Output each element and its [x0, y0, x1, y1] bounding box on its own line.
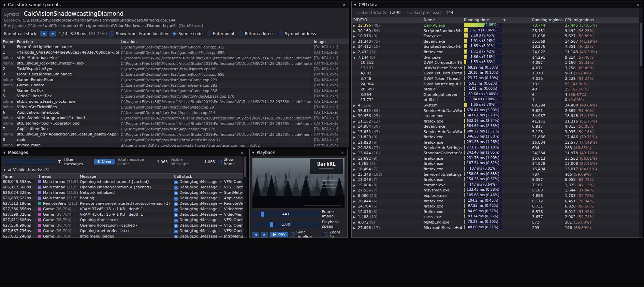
- message-row[interactable]: 627,313,190nsRemoteView (31,392)Remote v…: [1, 201, 247, 206]
- callstack-row[interactable]: 0Floor::CalcLightNoLuminanceC:\Users\wol…: [1, 44, 349, 50]
- cpu-row[interactable]: ▶12,016 (3)firefox.exe84.89 ms (0.37%)6,…: [352, 209, 639, 215]
- tree-open-icon[interactable]: ▼: [353, 55, 358, 60]
- callstack-row[interactable]: inlineGame::UpdateC:\Users\wolf\Desktop\…: [1, 83, 349, 88]
- col-name[interactable]: Name: [422, 17, 462, 23]
- scrollbar-thumb[interactable]: [640, 23, 642, 66]
- col-location[interactable]: Location: [119, 39, 312, 44]
- close-icon[interactable]: ×: [240, 150, 245, 155]
- close-icon[interactable]: ×: [636, 2, 641, 8]
- tree-closed-icon[interactable]: ▶: [353, 167, 358, 172]
- prev-frame-button[interactable]: ◀: [252, 232, 259, 238]
- visible-threads-section[interactable]: ▶ ⇄ Visible threads: (5): [1, 168, 247, 173]
- tree-closed-icon[interactable]: ▶: [353, 193, 358, 199]
- callstack-row[interactable]: 2TaskDispatch::SyncC:\Users\wolf\Desktop…: [1, 66, 349, 72]
- cpu-row[interactable]: ▶30,456 (25)steam.exe643.61 ms (2.79%)34…: [352, 113, 639, 119]
- next-callstack-button[interactable]: ▶: [49, 31, 56, 37]
- callstack-row[interactable]: 6Application::InnerLoopC:\Users\wolf\Des…: [1, 110, 349, 115]
- scrollbar-thumb[interactable]: [244, 157, 246, 177]
- cpu-row[interactable]: ▶18,444 (6)firefox.exe104.2 ms (0.45%)8,…: [352, 199, 639, 204]
- tree-closed-icon[interactable]: ▶: [353, 50, 358, 55]
- radio-source-code[interactable]: Source code: [172, 31, 203, 36]
- tree-closed-icon[interactable]: ▶: [353, 23, 358, 28]
- cpu-row[interactable]: ▶16,464 (7)firefox.exe187 ms (0.81%)15,4…: [352, 167, 639, 172]
- callstack-row[interactable]: inlineGame::RenderFloorC:\Users\wolf\Des…: [1, 77, 349, 83]
- close-icon[interactable]: ×: [340, 150, 345, 155]
- sync-timeline-checkbox[interactable]: Sync timeline: [291, 230, 319, 238]
- collapse-icon[interactable]: ▼: [3, 151, 5, 154]
- collapse-icon[interactable]: ▼: [252, 151, 254, 154]
- playback-speed-slider[interactable]: 1.00: [252, 221, 319, 227]
- cpu-row[interactable]: ▶15,004 (8)chrome.exe147 ms (0.64%)7,161…: [352, 183, 639, 188]
- collapse-icon[interactable]: ▼: [354, 3, 356, 6]
- col-frame[interactable]: Frame: [1, 39, 15, 44]
- close-icon[interactable]: ×: [341, 2, 346, 8]
- tree-closed-icon[interactable]: ▶: [353, 114, 358, 119]
- cpu-row[interactable]: ▶8,080 (20)explorer.exe105.66 ms (0.46%)…: [352, 193, 639, 199]
- cpu-row[interactable]: ▶4,872 (9)MsMpEng.exe70.22 ms (0.30%)573…: [352, 220, 639, 225]
- message-row[interactable]: 627,399,326nsGame (36,704)VRAM 43x45: 15…: [1, 212, 247, 217]
- filter-input[interactable]: [4, 159, 55, 165]
- callstack-row[interactable]: 4Game::OnTickC:\Users\wolf\Desktop\darkr…: [1, 88, 349, 94]
- callstack-titlebar[interactable]: ▼ Call stack sample parents ×: [1, 1, 349, 8]
- tree-closed-icon[interactable]: ▶: [353, 172, 358, 177]
- col-time[interactable]: Time: [1, 174, 36, 179]
- tree-closed-icon[interactable]: ▶: [353, 109, 358, 114]
- tree-closed-icon[interactable]: ▶: [353, 29, 358, 34]
- col-thread[interactable]: Thread: [36, 174, 78, 179]
- tree-closed-icon[interactable]: ▶: [353, 161, 358, 167]
- cpu-row[interactable]: ▶23,348 (106)ServiceHub.SettingsHost158.…: [352, 172, 639, 177]
- callstack-row[interactable]: inlinestd::unique_ptr<Application,std::d…: [1, 132, 349, 137]
- cpu-row[interactable]: 4,092DWM LPC Port Thread29.16 ms (0.13%)…: [352, 71, 639, 76]
- cpu-row[interactable]: ▶13,044 (10)StandardCollector.Servic242.…: [352, 150, 639, 156]
- tree-closed-icon[interactable]: ▶: [353, 44, 358, 49]
- tree-closed-icon[interactable]: ▶: [353, 220, 358, 225]
- cpu-row[interactable]: ▶27,536 (7)msvsmon.exe133.45 ms (0.58%)5…: [352, 188, 639, 193]
- tree-closed-icon[interactable]: ▶: [353, 135, 358, 140]
- cpu-row[interactable]: 24,964DWM Master Input Thread5.03 ms (0.…: [352, 82, 639, 87]
- tree-closed-icon[interactable]: ▶: [353, 199, 358, 204]
- col-message[interactable]: Message: [78, 174, 172, 179]
- show-time-checkbox[interactable]: ✓ Show time: [109, 31, 136, 36]
- cpu-row[interactable]: ▶27,696 (17)Microsoft.ServiceHub.Co48.06…: [352, 225, 639, 231]
- message-row[interactable]: 627,558,996nsGame (36,704)Opening /fores…: [1, 223, 247, 228]
- cpu-row[interactable]: 20,508ntdll.dll1.01 ms (0.00%)4025(62.50…: [352, 87, 639, 92]
- col-pid-tid[interactable]: PID/TID: [352, 17, 422, 23]
- cpu-row[interactable]: ▶11,828 (6)firefox.exe291.26 ms (1.26%)1…: [352, 140, 639, 145]
- cpu-row[interactable]: ▶35,812 (88)ServiceHub.DataWarehou670.41…: [352, 108, 639, 114]
- clear-button[interactable]: ⊗ Clear: [94, 159, 115, 164]
- messages-titlebar[interactable]: ▼ Messages ×: [1, 149, 247, 156]
- tree-closed-icon[interactable]: ▶: [353, 204, 358, 209]
- callstack-row[interactable]: inlineinvoke_maind:\agent\_work\63\s\src…: [1, 143, 349, 147]
- tree-closed-icon[interactable]: ▶: [353, 210, 358, 215]
- cpu-row[interactable]: 10,512DWM Compositor Thread1.53 s (6.63%…: [352, 60, 639, 66]
- tree-closed-icon[interactable]: ▶: [353, 177, 358, 183]
- message-row[interactable]: 626,833,622nsMain thread (31,596)Booting…: [1, 196, 247, 201]
- radio-return-address[interactable]: Return address: [239, 31, 275, 36]
- cpu-row[interactable]: 3,564GameInput server69.68 us (0.00%)64(…: [352, 92, 639, 98]
- message-row[interactable]: 627,380,356nsGame (36,704)VRAM 37x45: 13…: [1, 206, 247, 212]
- cpu-row[interactable]: 13,132uDWM Event Thread68.29 ms (0.30%)4…: [352, 66, 639, 71]
- callstack-row[interactable]: inlinestd::_Atomic_storage<bool,1>::load…: [1, 115, 349, 121]
- show-frame-checkbox[interactable]: Show frame: [218, 157, 244, 166]
- cpu-row[interactable]: ▶12,692 (9)firefox.exe231.76 ms (1.00%)1…: [352, 156, 639, 161]
- tree-closed-icon[interactable]: ▶: [353, 140, 358, 145]
- tree-closed-icon[interactable]: ▶: [353, 188, 358, 193]
- playback-titlebar[interactable]: ▼ Playback ×: [250, 149, 347, 156]
- callstack-row[interactable]: inlinestd::_Mutex_base::lockC:\Program F…: [1, 55, 349, 61]
- callstack-row[interactable]: 8mainC:\Users\wolf\Desktop\darkrl\src\En…: [1, 137, 349, 143]
- tree-closed-icon[interactable]: ▶: [353, 146, 358, 151]
- callstack-row[interactable]: 1<lambda_84a19dc444fae966ca174e83e708bdc…: [1, 50, 349, 55]
- cpu-row[interactable]: 3,748DWM Token Thread23.37 ms (0.10%)4,0…: [352, 76, 639, 82]
- cpu-row[interactable]: ▶11,152 (12)firefox.exe632.15 ms (2.74%)…: [352, 119, 639, 124]
- cpu-row[interactable]: ▶30,160 (84)ScriptedSandbox64.exe2.51 s …: [352, 28, 639, 34]
- callstack-row[interactable]: 5VideoGLBase::TickC:\Users\wolf\Desktop\…: [1, 94, 349, 99]
- radio-symbol-address[interactable]: Symbol address: [279, 31, 316, 36]
- col-running-regions[interactable]: Running regions: [530, 17, 563, 23]
- cpu-row[interactable]: ▶14,984 (50)devenv.exe584.69 ms (2.53%)6…: [352, 124, 639, 129]
- cpu-row[interactable]: ▶11,820 (9)firefox.exe346.58 ms (1.50%)2…: [352, 134, 639, 140]
- cpu-row[interactable]: ▶4,768 (7)firefox.exe187.54 ms (0.81%)14…: [352, 161, 639, 167]
- message-row[interactable]: 627,411,606nsGame (36,704)Opening /fores…: [1, 217, 247, 223]
- cpu-row[interactable]: ▼7,144 (8)dwm.exe1.66 s (7.18%)14,2918,2…: [352, 55, 639, 60]
- callstack-row[interactable]: inlinestd::unique_lock<std::mutex>::lock…: [1, 61, 349, 66]
- cpu-row[interactable]: ▶15,652 (43)ServiceHub.DataWarehou580.22…: [352, 129, 639, 135]
